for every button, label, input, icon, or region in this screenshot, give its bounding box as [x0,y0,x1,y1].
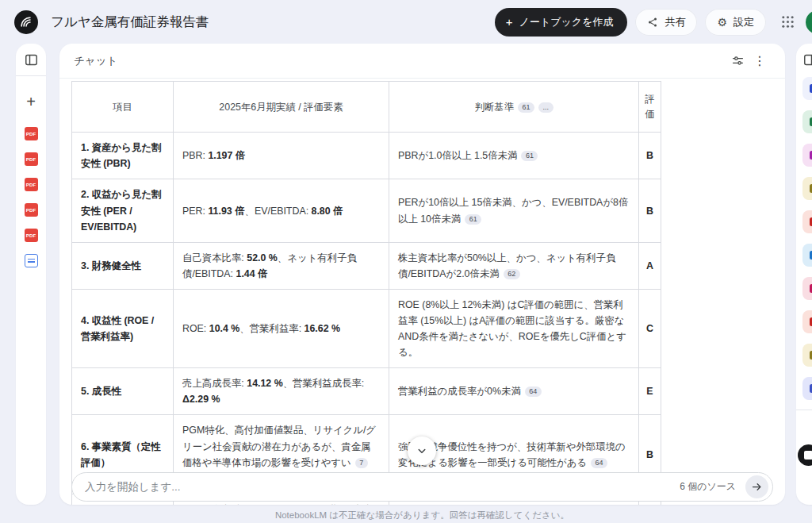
studio-dark-button[interactable] [798,444,812,466]
cell-text: 14.12 % [247,378,282,389]
share-icon [647,17,658,28]
pdf-file-icon[interactable]: PDF [25,152,38,166]
share-button[interactable]: 共有 [635,9,697,36]
table-row: 5. 成長性売上高成長率: 14.12 %、営業利益成長率: Δ2.29 %営業… [72,368,661,415]
grade-cell: E [639,368,661,415]
sources-sidebar: + PDFPDFPDFPDFPDF [16,44,46,505]
item-cell: 3. 財務健全性 [72,242,174,289]
citation-badge[interactable]: 61 [521,151,538,161]
criteria-cell: PBRが1.0倍以上 1.5倍未満61 [389,133,639,179]
pdf-file-icon[interactable]: PDF [25,203,38,217]
chat-header: チャット ⋮ [59,44,785,79]
scroll-to-bottom-button[interactable] [408,436,436,465]
table-row: 3. 財務健全性自己資本比率: 52.0 %、ネット有利子負債/EBITDA: … [72,242,661,289]
notebooklm-logo-icon[interactable] [14,10,38,34]
studio-panel [796,44,812,505]
cell-text: 、EV/EBITDA: [245,206,312,217]
chat-input[interactable] [85,481,680,493]
grade-cell: C [639,289,661,367]
sources-count-label: 6 個のソース [680,480,736,494]
chevron-down-icon [415,444,429,458]
logo-swirl-icon [18,14,34,30]
table-row: 2. 収益から見た割安性 (PER / EV/EBITDA)PER: 11.93… [72,179,661,242]
create-notebook-label: ノートブックを作成 [519,15,614,29]
chat-menu-icon[interactable]: ⋮ [749,50,771,72]
cell-text: PGM特化、高付加価値製品、リサイクル/グリーン社会貢献の潜在力があるが、貴金属… [182,425,376,467]
citation-badge[interactable]: 61 [465,214,481,225]
cell-text: 営業利益の成長率が0%未満 [398,386,521,397]
doc-file-icon[interactable] [25,254,38,267]
cell-text: 自己資本比率: [182,252,247,263]
grade-cell: A [639,242,661,289]
studio-tool-icon-3[interactable] [802,144,812,167]
cell-text: 8.80 倍 [312,206,343,217]
citation-badge[interactable]: 62 [504,269,520,279]
gear-icon: ⚙ [717,17,727,28]
cell-text: Δ2.29 % [182,394,220,405]
collapse-panel-icon[interactable] [24,52,39,67]
studio-tool-icon-9[interactable] [802,344,812,367]
header-grade: 評価 [639,82,661,133]
header-criteria: 判断基準61... [389,82,639,133]
cell-text: PBRが1.0倍以上 1.5倍未満 [398,150,517,161]
citation-badge[interactable]: ... [538,102,553,113]
item-cell: 1. 資産から見た割安性 (PBR) [72,133,174,179]
apps-grid-icon[interactable] [777,12,798,33]
share-label: 共有 [665,15,685,29]
header-actual: 2025年6月期実績 / 評価要素 [174,82,389,133]
studio-icon-list [802,77,812,400]
chat-input-bar: 6 個のソース [71,472,773,502]
pdf-file-icon[interactable]: PDF [25,127,38,140]
cell-text: 52.0 % [247,252,278,263]
studio-tool-icon-6[interactable] [802,244,812,267]
cell-text: PER: [182,206,208,217]
studio-tool-icon-7[interactable] [802,277,812,300]
grade-cell: B [639,133,661,179]
studio-tool-icon-4[interactable] [802,177,812,200]
header-actions: + ノートブックを作成 共有 ⚙ 設定 [495,8,812,37]
create-notebook-button[interactable]: + ノートブックを作成 [495,8,628,37]
actual-cell: 自己資本比率: 52.0 %、ネット有利子負債/EBITDA: 1.44 倍 [174,242,389,289]
pdf-file-icon[interactable]: PDF [25,229,38,242]
cell-text: 1.44 倍 [236,268,267,279]
criteria-header-cites: 61... [514,102,553,113]
user-avatar[interactable] [806,10,812,34]
studio-tool-icon-10[interactable] [802,377,812,400]
cell-text: 売上高成長率: [182,378,247,389]
cell-text: ROE (8%以上 12%未満) はC評価の範囲に、営業利益率 (15%以上) … [398,299,626,358]
evaluation-table: 項目 2025年6月期実績 / 評価要素 判断基準61... 評価 1. 資産か… [71,81,661,505]
cell-text: ROE: [182,323,209,334]
add-source-button[interactable]: + [26,94,36,110]
studio-tool-icon-8[interactable] [802,310,812,333]
criteria-cell: 営業利益の成長率が0%未満64 [389,368,639,415]
cell-text: PBR: [182,150,208,161]
table-header-row: 項目 2025年6月期実績 / 評価要素 判断基準61... 評価 [72,82,661,133]
citation-badge[interactable]: 64 [591,458,607,468]
studio-tool-icon-5[interactable] [802,210,812,233]
studio-tool-icon-1[interactable] [802,77,812,100]
chat-panel-title: チャット [74,54,117,68]
cell-text: 配当性向実績: [182,504,247,505]
chat-config-icon[interactable] [726,50,749,72]
studio-tool-icon-2[interactable] [802,110,812,133]
cell-text: 37.6 % [247,504,278,505]
criteria-cell: PERが10倍以上 15倍未満、かつ、EV/EBITDAが8倍以上 10倍未満6… [389,179,639,242]
actual-cell: ROE: 10.4 %、営業利益率: 16.62 % [174,289,389,367]
cell-text: 、営業利益率: [239,323,304,334]
item-cell: 4. 収益性 (ROE / 営業利益率) [72,289,174,367]
citation-badge[interactable]: 7 [355,458,368,468]
chat-panel: チャット ⋮ 項目 2025年6月期実績 / 評価要素 判断基準61... [59,44,785,505]
citation-badge[interactable]: 61 [518,102,534,113]
plus-icon: + [506,16,513,28]
header-item: 項目 [72,82,174,133]
criteria-cell: ROE (8%以上 12%未満) はC評価の範囲に、営業利益率 (15%以上) … [389,289,639,367]
citation-badge[interactable]: 64 [525,386,542,397]
send-button[interactable] [745,475,768,498]
notebook-title: フルヤ金属有価証券報告書 [51,13,209,31]
disclaimer-text: NotebookLM は不正確な場合があります。回答は再確認してください。 [59,510,785,521]
studio-divider [796,410,812,410]
pdf-file-icon[interactable]: PDF [25,178,38,191]
grade-cell: B [639,179,661,242]
studio-collapse-panel-icon[interactable] [802,52,812,67]
settings-button[interactable]: ⚙ 設定 [705,9,766,36]
